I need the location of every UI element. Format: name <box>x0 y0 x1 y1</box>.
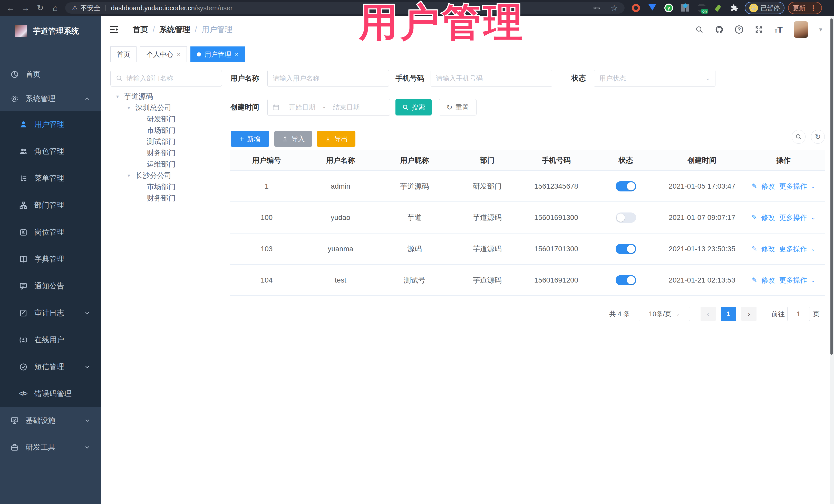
current-page-button[interactable]: 1 <box>721 307 736 321</box>
extension-orange-icon[interactable] <box>631 3 640 13</box>
status-toggle[interactable] <box>616 213 636 223</box>
import-button[interactable]: 导入 <box>274 131 312 147</box>
edit-link[interactable]: 修改 <box>761 213 775 222</box>
export-button[interactable]: 导出 <box>317 131 355 147</box>
tree-node[interactable]: 测试部门 <box>110 136 226 147</box>
sidebar-item-dict-mgmt[interactable]: 字典管理 <box>0 246 101 272</box>
upload-icon <box>282 135 288 142</box>
tab-profile[interactable]: 个人中心 × <box>140 46 187 62</box>
tree-node[interactable]: 财务部门 <box>110 147 226 159</box>
not-secure-badge[interactable]: ⚠ 不安全 <box>72 4 100 13</box>
tree-node[interactable]: 市场部门 <box>110 181 226 193</box>
goto-page-input[interactable] <box>787 307 810 321</box>
add-button[interactable]: + 新增 <box>231 131 269 147</box>
sidebar-item-menu-mgmt[interactable]: 菜单管理 <box>0 165 101 192</box>
sidebar-item-notice[interactable]: 通知公告 <box>0 272 101 300</box>
browser-home-icon[interactable]: ⌂ <box>48 2 63 14</box>
tree-node[interactable]: 市场部门 <box>110 125 226 136</box>
avatar-caret-icon[interactable]: ▾ <box>819 26 822 33</box>
gear-icon <box>10 94 19 103</box>
sidebar-item-user-mgmt[interactable]: 用户管理 <box>0 111 101 138</box>
dept-search-input[interactable]: 请输入部门名称 <box>110 70 222 87</box>
more-actions-link[interactable]: 更多操作 <box>780 276 807 285</box>
extensions-puzzle-icon[interactable] <box>730 3 739 13</box>
sidebar-item-post-mgmt[interactable]: 岗位管理 <box>0 219 101 246</box>
browser-forward-icon[interactable]: → <box>18 2 33 14</box>
sidebar-item-role-mgmt[interactable]: 角色管理 <box>0 138 101 165</box>
sidebar-item-home[interactable]: 首页 <box>0 62 101 86</box>
tree-node[interactable]: ▾深圳总公司 <box>110 102 226 113</box>
tree-node[interactable]: 财务部门 <box>110 193 226 204</box>
sidebar-item-error-code[interactable]: </> 错误码管理 <box>0 380 101 407</box>
close-icon[interactable]: × <box>177 51 180 58</box>
browser-profile-badge[interactable]: 已暂停 <box>745 2 785 14</box>
next-page-button[interactable]: › <box>741 307 756 321</box>
tree-expand-icon[interactable]: ▾ <box>126 105 132 111</box>
edit-link[interactable]: 修改 <box>761 244 775 254</box>
edit-link[interactable]: 修改 <box>761 276 775 285</box>
tab-home[interactable]: 首页 <box>110 46 136 62</box>
tree-node[interactable]: 运维部门 <box>110 159 226 170</box>
tab-user-mgmt[interactable]: 用户管理 × <box>191 46 245 62</box>
page-scrollbar[interactable] <box>830 16 834 504</box>
download-icon <box>325 135 331 142</box>
breadcrumb-system[interactable]: 系统管理 <box>159 24 190 35</box>
tree-node[interactable]: 研发部门 <box>110 113 226 125</box>
mobile-input[interactable] <box>431 70 552 87</box>
tree-expand-icon[interactable]: ▾ <box>126 172 132 179</box>
app-logo[interactable]: 芋道管理系统 <box>0 16 101 46</box>
status-select[interactable]: 用户状态 ⌄ <box>594 70 716 87</box>
sidebar-collapse-icon[interactable] <box>109 24 119 35</box>
fullscreen-icon[interactable] <box>754 25 763 34</box>
date-range-picker[interactable]: 开始日期 - 结束日期 <box>267 99 390 116</box>
extension-blue-drop-icon[interactable] <box>648 3 657 13</box>
search-icon[interactable] <box>695 25 704 34</box>
bookmark-star-icon[interactable]: ☆ <box>611 3 618 13</box>
edit-pencil-icon: ✎ <box>752 182 757 190</box>
browser-update-button[interactable]: 更新 ⋮ <box>788 2 822 14</box>
reset-button[interactable]: ↻ 重置 <box>439 99 477 115</box>
status-toggle[interactable] <box>616 275 636 285</box>
col-created: 创建时间 <box>662 150 742 170</box>
sidebar-item-audit-log[interactable]: 审计日志 <box>0 300 101 326</box>
extension-squares-icon[interactable] <box>681 3 690 13</box>
prev-page-button[interactable]: ‹ <box>701 307 716 321</box>
table-row: 100 yudao 芋道 芋道源码 15601691300 2021-01-07… <box>230 202 825 234</box>
sidebar-item-infra[interactable]: 基础设施 <box>0 407 101 434</box>
extension-green-pin-icon[interactable] <box>714 3 723 13</box>
extension-on-badge-icon[interactable]: on <box>697 3 706 13</box>
status-toggle[interactable] <box>616 244 636 254</box>
password-key-icon[interactable] <box>593 4 601 12</box>
github-icon[interactable] <box>715 25 724 34</box>
more-actions-link[interactable]: 更多操作 <box>780 182 807 191</box>
sidebar-item-online-users[interactable]: 在线用户 <box>0 326 101 353</box>
sidebar-item-dept-mgmt[interactable]: 部门管理 <box>0 192 101 219</box>
page-size-select[interactable]: 10条/页 ⌄ <box>639 307 690 321</box>
url-bar[interactable]: ⚠ 不安全 dashboard.yudao.iocoder.cn /system… <box>65 2 624 14</box>
username-input[interactable] <box>267 70 389 87</box>
browser-menu-dots-icon[interactable]: ⋮ <box>810 4 817 13</box>
edit-link[interactable]: 修改 <box>761 182 775 191</box>
toggle-search-button[interactable] <box>792 130 806 144</box>
user-avatar[interactable] <box>794 21 808 38</box>
tree-node[interactable]: ▾芋道源码 <box>110 91 226 102</box>
close-icon[interactable]: × <box>235 51 238 58</box>
refresh-table-button[interactable]: ↻ <box>811 130 825 144</box>
browser-reload-icon[interactable]: ↻ <box>33 2 48 14</box>
search-button[interactable]: 搜索 <box>395 99 432 115</box>
browser-back-icon[interactable]: ← <box>3 2 18 14</box>
scrollbar-thumb[interactable] <box>830 19 833 355</box>
sidebar-item-system[interactable]: 系统管理 <box>0 86 101 111</box>
tree-expand-icon[interactable]: ▾ <box>114 93 120 100</box>
status-toggle[interactable] <box>616 181 636 192</box>
extension-green-y-icon[interactable]: y <box>664 3 673 13</box>
chevron-down-icon <box>84 364 91 370</box>
more-actions-link[interactable]: 更多操作 <box>780 213 807 222</box>
sidebar-item-sms-mgmt[interactable]: 短信管理 <box>0 353 101 380</box>
breadcrumb-home[interactable]: 首页 <box>133 24 148 35</box>
sidebar-item-dev-tools[interactable]: 研发工具 <box>0 434 101 461</box>
help-icon[interactable]: ? <box>735 25 743 34</box>
font-size-icon[interactable]: тT <box>774 25 783 35</box>
more-actions-link[interactable]: 更多操作 <box>780 244 807 254</box>
tree-node[interactable]: ▾长沙分公司 <box>110 170 226 181</box>
